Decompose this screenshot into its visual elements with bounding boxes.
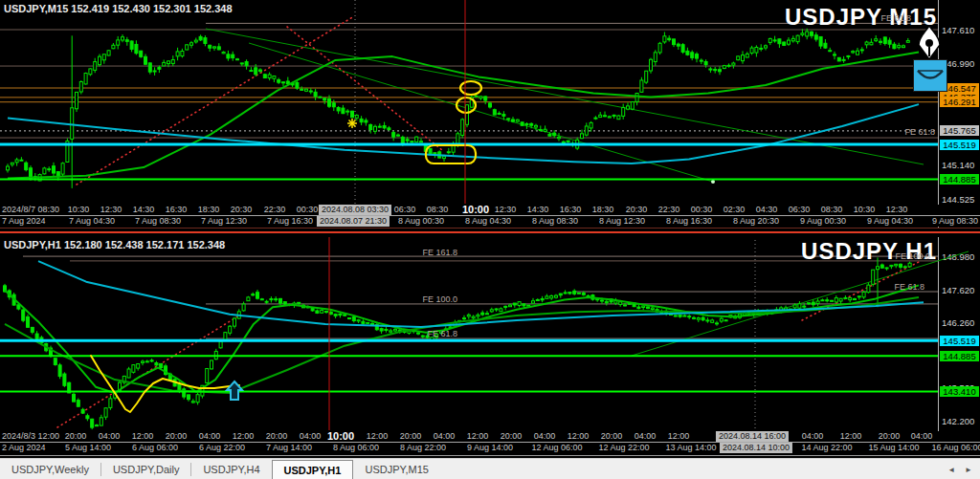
time-axis-tick: 14:30 xyxy=(527,205,549,215)
chart-pane-m15[interactable]: USDJPY,M15 152.419 152.430 152.301 152.3… xyxy=(0,0,980,228)
crosshair-time-label: 10:00 xyxy=(327,431,354,442)
tab-scroll-left-icon[interactable]: ◄ xyxy=(947,466,955,474)
time-axis-tick: 7 Aug 14:00 xyxy=(266,443,312,453)
price-badge: 145.519 xyxy=(940,140,979,150)
time-axis-tick: 04:00 xyxy=(534,431,556,442)
price-badge: 146.291 xyxy=(940,97,979,107)
active-pane-border xyxy=(0,231,980,233)
tab-scrollers: ◄► xyxy=(947,459,980,479)
pen-tool-icon[interactable] xyxy=(915,25,944,61)
time-axis-tick: 04:30 xyxy=(756,205,778,215)
time-axis-tick: 12:00 xyxy=(367,431,389,442)
time-axis-tick: 12:00 xyxy=(668,431,690,442)
time-marker-badge: 2024.08.08 03:30 xyxy=(319,205,391,215)
time-axis-tick: 04:00 xyxy=(434,431,456,442)
time-axis-tick: 6 Aug 22:00 xyxy=(199,443,245,453)
time-axis-tick: 9 Aug 00:30 xyxy=(800,216,846,227)
time-axis-tick: 00:30 xyxy=(691,205,713,215)
time-axis-tick: 8 Aug 12:30 xyxy=(599,216,645,227)
y-axis-tick: 146.260 xyxy=(942,317,974,328)
time-axis-tick: 22:30 xyxy=(658,205,680,215)
time-axis-tick: 16:30 xyxy=(166,205,188,215)
fib-expansion-label: FE 100.0 xyxy=(895,251,930,261)
price-badge: 145.765 xyxy=(940,125,979,136)
time-axis-tick: 10:30 xyxy=(68,205,90,215)
drawing-tool-button[interactable] xyxy=(913,59,947,92)
time-axis-tick: 12:00 xyxy=(467,431,489,442)
time-axis-tick: 20:00 xyxy=(501,431,523,442)
time-axis-tick: 5 Aug 14:00 xyxy=(65,443,111,453)
time-axis-tick: 7 Aug 08:30 xyxy=(135,216,181,227)
tab-scroll-right-icon[interactable]: ► xyxy=(965,466,972,474)
time-axis-tick: 12 Aug 22:00 xyxy=(598,443,649,453)
time-axis-tick: 20:00 xyxy=(266,431,288,442)
time-axis-tick: 13 Aug 14:00 xyxy=(665,443,716,453)
crosshair-time-label: 10:00 xyxy=(462,205,489,215)
time-axis-tick: 2 Aug 2024 xyxy=(2,443,46,453)
time-marker-badge: 2024.08.14 10:00 xyxy=(720,443,792,453)
tab-usdjpy-m15[interactable]: USDJPY,M15 xyxy=(353,459,439,479)
time-axis-tick: 20:00 xyxy=(65,431,87,442)
price-axis: 148.980147.620146.260143.560142.200145.5… xyxy=(938,236,980,453)
time-axis-tick: 8 Aug 06:00 xyxy=(333,443,379,453)
time-axis-tick: 7 Aug 2024 xyxy=(2,216,46,227)
price-badge: 145.519 xyxy=(940,336,979,346)
time-axis-tick: 22:30 xyxy=(264,205,286,215)
time-axis-tick: 7 Aug 16:30 xyxy=(267,216,313,227)
time-axis-tick: 20:00 xyxy=(879,431,901,442)
y-axis-tick: 148.980 xyxy=(942,251,974,262)
time-axis-tick: 9 Aug 14:00 xyxy=(467,443,513,453)
fib-expansion-label: FE 161.8 xyxy=(422,248,457,257)
tab-usdjpy-h1[interactable]: USDJPY,H1 xyxy=(272,460,354,479)
time-marker-badge: 2024.08.14 16:00 xyxy=(716,431,789,442)
tab-usdjpy-weekly[interactable]: USDJPY,Weekly xyxy=(0,459,100,479)
chart-title: USDJPY,M15 152.419 152.430 152.301 152.3… xyxy=(4,3,233,14)
fib-expansion-label: FE 61.8 xyxy=(904,127,935,137)
time-axis-tick: 20:00 xyxy=(166,431,188,442)
time-axis-row: 7 Aug 20247 Aug 04:307 Aug 08:307 Aug 12… xyxy=(0,216,980,227)
time-marker-badge: 2024.08.07 21:30 xyxy=(317,216,390,227)
price-badge: 144.885 xyxy=(940,174,979,185)
time-axis-tick: 15 Aug 14:00 xyxy=(868,443,919,453)
fib-expansion-label: FE 100.0 xyxy=(422,294,457,304)
time-axis-tick: 20:00 xyxy=(601,431,623,442)
time-axis-tick: 12 Aug 06:00 xyxy=(531,443,582,453)
chart-title: USDJPY,H1 152.180 152.438 152.171 152.34… xyxy=(4,239,225,250)
time-axis-tick: 12:30 xyxy=(886,205,908,215)
time-axis-tick: 7 Aug 04:30 xyxy=(69,216,115,227)
time-axis-tick: 04:00 xyxy=(635,431,657,442)
chart-pane-h1[interactable]: USDJPY,H1 152.180 152.438 152.171 152.34… xyxy=(0,236,980,453)
time-axis-tick: 8 Aug 04:30 xyxy=(465,216,511,227)
trading-terminal: USDJPY,M15 152.419 152.430 152.301 152.3… xyxy=(0,0,980,479)
divider xyxy=(0,455,980,456)
y-axis-tick: 145.140 xyxy=(942,160,974,170)
fib-expansion-label: FE 61.8 xyxy=(880,13,911,23)
tab-usdjpy-h4[interactable]: USDJPY,H4 xyxy=(191,459,271,479)
time-axis-tick: 02:30 xyxy=(724,205,746,215)
price-badge: 144.885 xyxy=(940,351,979,361)
time-axis-tick: 9 Aug 04:30 xyxy=(867,216,913,227)
time-axis-tick: 7 Aug 12:30 xyxy=(201,216,247,227)
time-axis-tick: 04:00 xyxy=(300,431,322,442)
time-axis-tick: 00:30 xyxy=(297,205,319,215)
time-axis-tick: 8 Aug 22:00 xyxy=(400,443,446,453)
time-axis-tick: 08:30 xyxy=(427,205,449,215)
time-axis-tick: 2024/8/3 12:00 xyxy=(2,431,59,442)
time-axis-tick: 16 Aug 06:00 xyxy=(931,443,980,453)
time-axis-tick: 12:30 xyxy=(495,205,517,215)
time-axis-tick: 10:30 xyxy=(854,205,876,215)
time-axis-tick: 20:00 xyxy=(400,431,422,442)
pane-separator[interactable] xyxy=(0,228,980,237)
y-axis-tick: 142.200 xyxy=(942,416,974,426)
y-axis-tick: 147.620 xyxy=(942,285,974,295)
y-axis-tick: 147.610 xyxy=(942,25,974,35)
tab-usdjpy-daily[interactable]: USDJPY,Daily xyxy=(101,459,191,479)
time-axis-tick: 04:00 xyxy=(802,431,824,442)
time-axis-tick: 14 Aug 22:00 xyxy=(801,443,852,453)
price-axis: 147.610146.990145.140144.525146.547146.3… xyxy=(938,0,980,228)
time-axis-tick: 06:30 xyxy=(789,205,811,215)
time-axis-tick: 18:30 xyxy=(198,205,220,215)
tab-bar: USDJPY,WeeklyUSDJPY,DailyUSDJPY,H4USDJPY… xyxy=(0,458,980,479)
time-axis-tick: 12:00 xyxy=(840,431,862,442)
y-axis-tick: 144.525 xyxy=(942,194,974,205)
